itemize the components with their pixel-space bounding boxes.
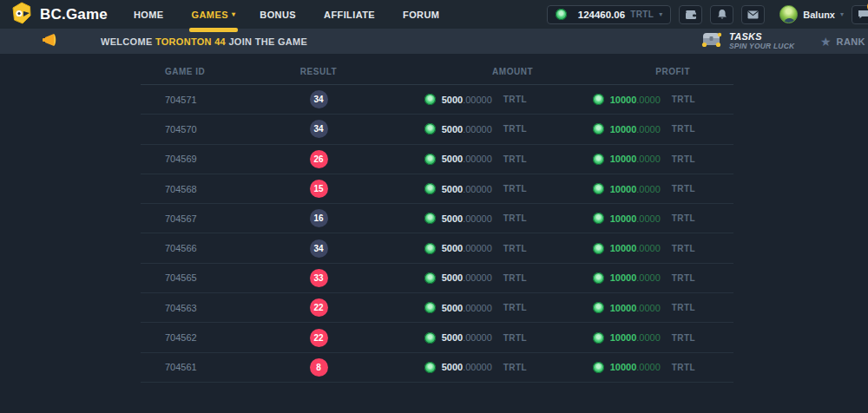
profit-decimals: .0000 <box>636 95 661 105</box>
nav-item-label: GAMES <box>192 10 228 20</box>
table-row[interactable]: 704561 8 5000.00000 TRTL 10000.0000 <box>141 353 733 383</box>
result-cell: 34 <box>271 120 366 138</box>
balance-currency: TRTL <box>630 10 654 19</box>
game-id-cell: 704563 <box>141 303 271 313</box>
nav-item[interactable]: GAMES ▾ <box>192 0 236 29</box>
amount-decimals: .00000 <box>463 213 492 224</box>
result-badge: 26 <box>310 150 328 168</box>
game-id-cell: 704562 <box>141 332 271 343</box>
header-profit: PROFIT <box>540 67 733 76</box>
profit-value: 10000.0000 <box>610 184 661 194</box>
amount-cell: 5000.00000 TRTL <box>366 302 540 313</box>
amount-value: 5000.00000 <box>442 95 492 105</box>
tasks-text: TASKS SPIN YOUR LUCK <box>729 31 794 50</box>
tasks-shortcut[interactable]: TASKS SPIN YOUR LUCK <box>700 29 794 54</box>
result-cell: 33 <box>271 269 366 287</box>
messages-button[interactable] <box>741 5 765 24</box>
result-cell: 15 <box>271 180 366 198</box>
wallet-button[interactable] <box>679 5 702 24</box>
result-badge: 34 <box>310 90 328 108</box>
result-cell: 16 <box>271 209 366 227</box>
amount-integer: 5000 <box>442 362 463 372</box>
header-result: RESULT <box>271 67 366 76</box>
top-navbar: BC.Game HOME GAMES ▾ BONUS <box>0 0 868 29</box>
nav-item[interactable]: AFFILIATE <box>324 0 378 29</box>
profit-cell: 10000.0000 TRTL <box>540 243 733 254</box>
announcement-bar: WELCOME TORONTON 44 JOIN THE GAME TASKS … <box>0 29 868 54</box>
amount-value: 5000.00000 <box>442 272 492 283</box>
amount-decimals: .00000 <box>463 95 492 105</box>
avatar <box>779 5 798 23</box>
profit-integer: 10000 <box>610 95 637 105</box>
trtl-coin-icon <box>593 362 604 373</box>
chest-icon <box>700 30 723 52</box>
brand[interactable]: BC.Game <box>10 2 108 28</box>
profit-value: 10000.0000 <box>610 332 661 343</box>
trtl-coin-icon <box>593 183 604 194</box>
star-icon: ★ <box>820 36 832 48</box>
amount-cell: 5000.00000 TRTL <box>366 154 540 165</box>
profit-integer: 10000 <box>610 124 637 134</box>
profit-currency: TRTL <box>672 184 695 193</box>
table-row[interactable]: 704567 16 5000.00000 TRTL 10000.0000 <box>141 204 733 233</box>
chat-button[interactable]: 10 <box>852 5 868 24</box>
result-badge: 8 <box>310 358 328 377</box>
table-row[interactable]: 704568 15 5000.00000 TRTL 10000.0000 <box>141 174 733 204</box>
table-row[interactable]: 704569 26 5000.00000 TRTL 10000.0000 <box>141 145 733 174</box>
trtl-coin-icon <box>424 272 436 284</box>
amount-decimals: .00000 <box>463 243 492 253</box>
amount-cell: 5000.00000 TRTL <box>366 123 540 134</box>
caret-down-icon: ▾ <box>840 10 844 18</box>
profit-value: 10000.0000 <box>610 95 661 105</box>
amount-currency: TRTL <box>503 303 527 312</box>
amount-currency: TRTL <box>503 124 527 134</box>
trtl-coin-icon <box>424 243 436 254</box>
brand-name: BC.Game <box>40 6 108 23</box>
trtl-coin-icon <box>424 332 436 344</box>
profit-cell: 10000.0000 TRTL <box>540 362 733 373</box>
table-row[interactable]: 704565 33 5000.00000 TRTL 10000.0000 <box>141 264 733 293</box>
table-row[interactable]: 704570 34 5000.00000 TRTL 10000.0000 <box>141 115 733 144</box>
main-content: GAME ID RESULT AMOUNT PROFIT 704571 34 5… <box>0 59 868 383</box>
table-row[interactable]: 704562 22 5000.00000 TRTL 10000.0000 <box>141 323 733 352</box>
nav-item[interactable]: FORUM <box>403 0 443 29</box>
balance-amount: 124460.06 <box>578 10 625 20</box>
result-cell: 22 <box>271 298 366 317</box>
table-row[interactable]: 704571 34 5000.00000 TRTL 10000.0000 <box>141 85 733 115</box>
profit-integer: 10000 <box>610 332 637 343</box>
amount-cell: 5000.00000 TRTL <box>366 213 540 224</box>
result-cell: 34 <box>271 239 366 258</box>
trtl-coin-icon <box>593 154 604 165</box>
nav-item[interactable]: BONUS <box>260 0 299 29</box>
table-row[interactable]: 704566 34 5000.00000 TRTL 10000.0000 <box>141 233 733 263</box>
balance-dropdown[interactable]: 124460.06 TRTL ▾ <box>547 5 672 24</box>
amount-integer: 5000 <box>442 303 463 313</box>
profit-decimals: .0000 <box>636 243 661 253</box>
amount-currency: TRTL <box>503 363 527 372</box>
welcome-highlight: TORONTON 44 <box>155 36 226 47</box>
profit-value: 10000.0000 <box>610 124 661 134</box>
trtl-coin-icon <box>593 123 604 134</box>
profit-integer: 10000 <box>610 362 637 372</box>
rank-shortcut[interactable]: ★ RANK <box>820 29 865 54</box>
notifications-button[interactable] <box>710 5 733 24</box>
trtl-coin-icon <box>424 183 436 194</box>
table-row[interactable]: 704563 22 5000.00000 TRTL 10000.0000 <box>141 293 733 323</box>
profit-integer: 10000 <box>610 272 637 283</box>
trtl-coin-icon <box>593 302 604 313</box>
profit-cell: 10000.0000 TRTL <box>540 302 733 313</box>
header-game-id: GAME ID <box>141 67 271 76</box>
profit-decimals: .0000 <box>636 184 661 194</box>
profit-value: 10000.0000 <box>610 213 661 224</box>
user-menu[interactable]: Balunx ▾ <box>779 5 844 23</box>
amount-value: 5000.00000 <box>442 332 492 343</box>
trtl-coin-icon <box>424 94 436 105</box>
caret-down-icon: ▾ <box>659 10 662 18</box>
profit-integer: 10000 <box>610 303 637 313</box>
amount-integer: 5000 <box>442 95 463 105</box>
amount-decimals: .00000 <box>463 303 492 313</box>
profit-integer: 10000 <box>610 213 637 224</box>
profit-cell: 10000.0000 TRTL <box>540 154 733 165</box>
nav-item[interactable]: HOME <box>134 0 168 29</box>
profit-currency: TRTL <box>672 333 695 343</box>
